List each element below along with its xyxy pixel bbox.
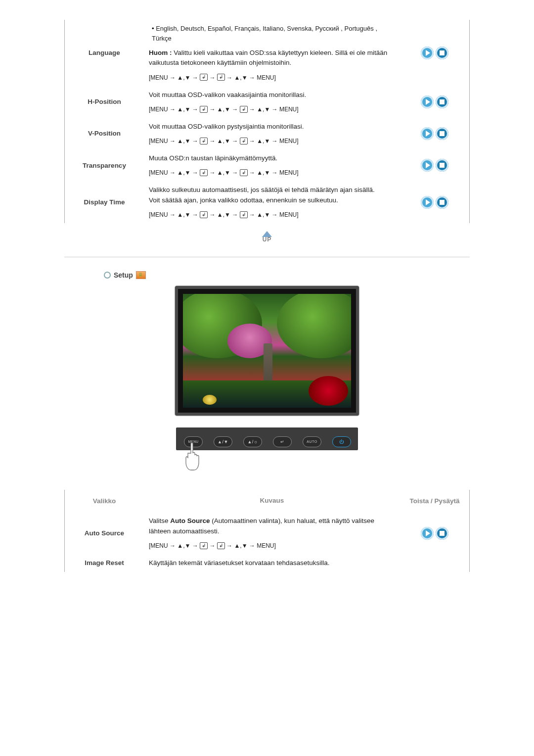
menu-name-autosource: Auto Source (65, 512, 144, 554)
section-divider (64, 257, 470, 257)
menu-desc-vposition: Voit muuttaa OSD-valikon pystysijaintia … (144, 118, 400, 149)
menu-desc-displaytime: Valikko sulkeutuu automaattisesti, jos s… (144, 181, 400, 223)
menu-name-vposition: V-Position (65, 118, 144, 149)
menu-seq-autosource: [MENU → ▲,▼ → ↲ → ↲ → ▲,▼ → MENU] (149, 541, 395, 550)
stop-button[interactable] (436, 127, 448, 140)
menu-desc-transparency: Muuta OSD:n taustan läpinäkymättömyyttä.… (144, 149, 400, 181)
stop-button[interactable] (436, 196, 448, 209)
monitor-button-bar: MENU ▲/▼ ▲/☼ ↵ AUTO ⏻ (176, 427, 358, 450)
play-button[interactable] (421, 127, 434, 140)
menu-seq-hposition: [MENU → ▲,▼ → ↲ → ▲,▼ → ↲ → ▲,▼ → MENU] (149, 105, 395, 114)
setup-icon: ⠿ (136, 271, 146, 279)
menu-name-hposition: H-Position (65, 86, 144, 118)
back-to-top-button[interactable]: UP (262, 231, 272, 243)
menu-desc-autosource: Valitse Auto Source (Automaattinen valin… (144, 512, 400, 554)
section-header-setup: Setup ⠿ (104, 271, 470, 279)
play-button[interactable] (421, 47, 434, 59)
hw-updown-button[interactable]: ▲/▼ (214, 436, 232, 447)
section-title: Setup (114, 271, 133, 279)
play-button[interactable] (421, 95, 434, 108)
menu-name-transparency: Transparency (65, 149, 144, 181)
stop-button[interactable] (436, 47, 448, 59)
play-button[interactable] (421, 196, 434, 209)
menu-seq-transparency: [MENU → ▲,▼ → ↲ → ▲,▼ → ↲ → ▲,▼ → MENU] (149, 168, 395, 177)
table-header-row: Valikko Kuvaus Toista / Pysäytä (65, 490, 469, 513)
osd-menu-table: Language English, Deutsch, Español, Fran… (65, 20, 469, 223)
header-actions: Toista / Pysäytä (400, 490, 469, 513)
monitor-illustration (175, 286, 359, 416)
menu-seq-vposition: [MENU → ▲,▼ → ↲ → ▲,▼ → ↲ → ▲,▼ → MENU] (149, 137, 395, 145)
stop-button[interactable] (436, 95, 448, 108)
menu-seq-displaytime: [MENU → ▲,▼ → ↲ → ▲,▼ → ↲ → ▲,▼ → MENU] (149, 210, 395, 219)
hw-brightness-button[interactable]: ▲/☼ (243, 436, 262, 447)
menu-desc-hposition: Voit muuttaa OSD-valikon vaakasijaintia … (144, 86, 400, 118)
up-label: UP (263, 236, 272, 243)
menu-name-imagereset: Image Reset (65, 554, 144, 572)
hw-power-button[interactable]: ⏻ (332, 436, 351, 447)
menu-seq-language: [MENU → ▲,▼ → ↲ → ↲ → ▲,▼ → MENU] (149, 73, 395, 82)
menu-name-language: Language (65, 20, 144, 86)
bullet-icon (104, 272, 111, 279)
header-menu: Valikko (65, 490, 144, 513)
setup-menu-table: Valikko Kuvaus Toista / Pysäytä Auto Sou… (65, 490, 469, 572)
hw-enter-button[interactable]: ↵ (273, 436, 292, 447)
play-button[interactable] (421, 159, 434, 172)
play-button[interactable] (421, 527, 434, 540)
header-desc: Kuvaus (144, 490, 400, 513)
note-prefix: Huom : (149, 49, 172, 56)
menu-desc-imagereset: Käyttäjän tekemät väriasetukset korvataa… (144, 554, 400, 572)
stop-button[interactable] (436, 527, 448, 540)
hw-auto-button[interactable]: AUTO (303, 436, 321, 447)
stop-button[interactable] (436, 159, 448, 172)
menu-desc-language: English, Deutsch, Español, Français, Ita… (144, 20, 400, 86)
menu-name-displaytime: Display Time (65, 181, 144, 223)
language-list: English, Deutsch, Español, Français, Ita… (152, 25, 377, 42)
hand-pointer-icon (181, 441, 209, 476)
language-note: Valittu kieli vaikuttaa vain OSD:ssa käy… (149, 49, 387, 66)
